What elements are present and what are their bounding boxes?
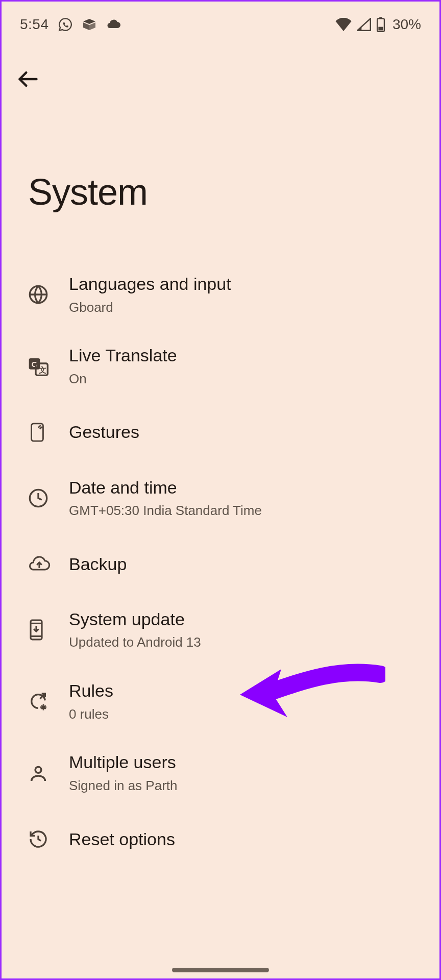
battery-icon bbox=[376, 17, 385, 32]
row-languages-input[interactable]: Languages and input Gboard bbox=[2, 259, 439, 330]
row-backup[interactable]: Backup bbox=[2, 534, 439, 594]
row-subtitle: GMT+05:30 India Standard Time bbox=[69, 502, 425, 520]
gestures-icon bbox=[28, 422, 69, 443]
svg-text:文: 文 bbox=[38, 366, 46, 375]
row-title: Backup bbox=[69, 553, 127, 575]
arrow-back-icon bbox=[17, 68, 39, 90]
row-subtitle: Updated to Android 13 bbox=[69, 634, 425, 651]
svg-rect-10 bbox=[32, 423, 43, 440]
row-multiple-users[interactable]: Multiple users Signed in as Parth bbox=[2, 737, 439, 808]
status-left: 5:54 bbox=[20, 16, 121, 33]
row-system-update[interactable]: System update Updated to Android 13 bbox=[2, 594, 439, 666]
row-title: System update bbox=[69, 608, 425, 630]
wifi-icon bbox=[335, 18, 352, 31]
battery-percent: 30% bbox=[393, 16, 421, 33]
person-icon bbox=[28, 763, 69, 783]
system-update-icon bbox=[28, 619, 69, 641]
page-title: System bbox=[2, 100, 439, 213]
nav-handle[interactable] bbox=[172, 968, 269, 972]
row-date-time[interactable]: Date and time GMT+05:30 India Standard T… bbox=[2, 462, 439, 534]
cloud-upload-icon bbox=[28, 555, 69, 573]
status-bar: 5:54 bbox=[2, 2, 439, 38]
row-subtitle: 0 rules bbox=[69, 706, 425, 723]
cloud-icon bbox=[106, 19, 121, 30]
row-title: Date and time bbox=[69, 477, 425, 499]
globe-icon bbox=[28, 284, 69, 305]
svg-rect-1 bbox=[379, 17, 382, 19]
row-live-translate[interactable]: G 文 Live Translate On bbox=[2, 330, 439, 402]
row-title: Rules bbox=[69, 680, 425, 702]
reset-icon bbox=[28, 829, 69, 849]
row-subtitle: On bbox=[69, 371, 425, 388]
row-rules[interactable]: Rules 0 rules bbox=[2, 666, 439, 737]
cell-signal-icon bbox=[357, 18, 371, 31]
row-title: Live Translate bbox=[69, 345, 425, 366]
settings-list: Languages and input Gboard G 文 Live Tran… bbox=[2, 213, 439, 869]
row-reset-options[interactable]: Reset options bbox=[2, 809, 439, 869]
row-subtitle: Gboard bbox=[69, 299, 425, 316]
clock-icon bbox=[28, 488, 69, 508]
status-time: 5:54 bbox=[20, 16, 49, 33]
row-subtitle: Signed in as Parth bbox=[69, 777, 425, 795]
row-title: Gestures bbox=[69, 421, 139, 443]
row-title: Languages and input bbox=[69, 273, 425, 295]
package-icon bbox=[82, 18, 97, 31]
translate-icon: G 文 bbox=[28, 356, 69, 376]
row-title: Reset options bbox=[69, 828, 175, 850]
whatsapp-icon bbox=[58, 17, 72, 32]
toolbar bbox=[2, 38, 439, 100]
row-title: Multiple users bbox=[69, 751, 425, 773]
status-right: 30% bbox=[335, 16, 421, 33]
back-button[interactable] bbox=[13, 64, 43, 94]
svg-point-18 bbox=[41, 705, 45, 709]
svg-point-19 bbox=[35, 767, 41, 773]
rules-icon bbox=[28, 691, 69, 712]
svg-rect-2 bbox=[378, 27, 383, 31]
row-gestures[interactable]: Gestures bbox=[2, 402, 439, 462]
